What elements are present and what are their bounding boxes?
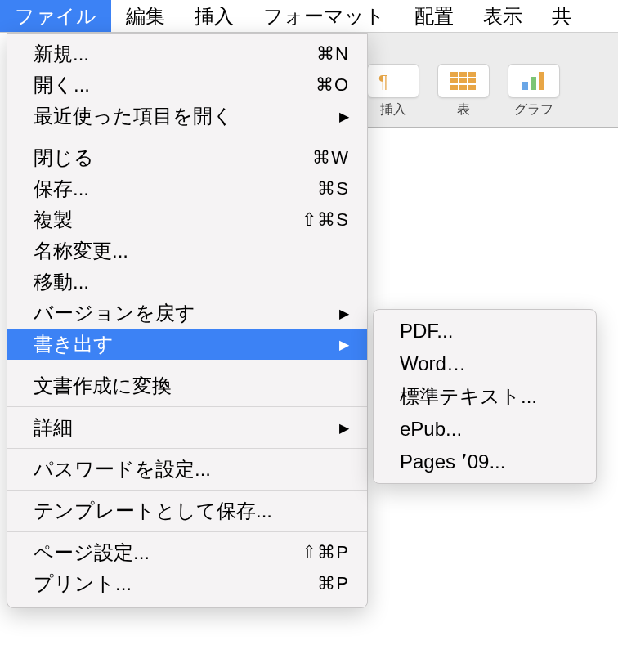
submenu-arrow-icon: ▶ (339, 306, 349, 321)
submenu-arrow-icon: ▶ (339, 337, 349, 352)
menu-item[interactable]: パスワードを設定... (7, 454, 367, 485)
menu-item[interactable]: バージョンを戻す▶ (7, 298, 367, 329)
submenu-item-label: ePub... (400, 418, 578, 441)
menu-item-shortcut: ⇧⌘S (302, 209, 349, 231)
svg-rect-7 (468, 78, 476, 83)
submenu-item-label: PDF... (400, 320, 578, 343)
menu-item-label: 文書作成に変換 (34, 373, 349, 399)
menu-item-label: 名称変更... (34, 238, 349, 264)
menubar-item-share[interactable]: 共 (537, 0, 586, 32)
menu-separator (7, 448, 367, 449)
file-menu-dropdown: 新規...⌘N開く...⌘O最近使った項目を開く▶閉じる⌘W保存...⌘S複製⇧… (7, 33, 368, 608)
menubar-item-view[interactable]: 表示 (468, 0, 537, 32)
menubar-label: フォーマット (263, 3, 385, 29)
svg-rect-11 (522, 82, 528, 90)
svg-rect-4 (468, 72, 476, 77)
menu-item-label: テンプレートとして保存... (34, 498, 349, 524)
menubar-label: 共 (552, 3, 571, 29)
menu-item-label: プリント... (34, 571, 317, 597)
submenu-arrow-icon: ▶ (339, 109, 349, 124)
menubar-label: ファイル (15, 3, 96, 29)
menubar-item-insert[interactable]: 挿入 (180, 0, 249, 32)
menu-item-label: 詳細 (34, 414, 339, 441)
svg-rect-9 (459, 85, 467, 90)
menu-item-shortcut: ⌘O (316, 74, 349, 96)
menu-item-shortcut: ⌘N (316, 43, 349, 65)
menu-item[interactable]: 移動... (7, 267, 367, 298)
menu-item-label: 閉じる (34, 145, 312, 171)
svg-rect-12 (531, 77, 536, 90)
menu-separator (7, 531, 367, 532)
menu-item[interactable]: 複製⇧⌘S (7, 204, 367, 235)
submenu-item-label: Word… (400, 352, 578, 375)
toolbar-label: 表 (457, 101, 470, 119)
toolbar-label: グラフ (514, 101, 553, 119)
menu-item[interactable]: 保存...⌘S (7, 173, 367, 204)
menu-separator (7, 137, 367, 137)
toolbar-insert-button[interactable]: ¶ 挿入 (361, 64, 425, 119)
menu-item[interactable]: 文書作成に変換 (7, 370, 367, 401)
menu-item-label: 複製 (34, 207, 302, 233)
menu-item-shortcut: ⌘W (312, 147, 349, 168)
table-icon (437, 64, 490, 98)
toolbar-table-button[interactable]: 表 (432, 64, 495, 119)
menu-separator (7, 406, 367, 407)
menu-item[interactable]: 開く...⌘O (7, 69, 367, 101)
menu-separator (7, 490, 367, 491)
submenu-item-label: Pages ʼ09... (400, 450, 578, 473)
menu-item[interactable]: 詳細▶ (7, 412, 367, 443)
toolbar-label: 挿入 (380, 101, 406, 119)
chart-icon (508, 64, 560, 98)
toolbar-chart-button[interactable]: グラフ (502, 64, 566, 119)
menu-item[interactable]: プリント...⌘P (7, 568, 367, 599)
menu-item-label: バージョンを戻す (34, 300, 339, 326)
menu-item[interactable]: テンプレートとして保存... (7, 495, 367, 526)
submenu-item[interactable]: ePub... (374, 413, 596, 446)
submenu-item[interactable]: 標準テキスト... (374, 380, 596, 413)
submenu-item-label: 標準テキスト... (400, 383, 578, 410)
menu-item-shortcut: ⇧⌘P (302, 542, 349, 563)
menu-item[interactable]: 閉じる⌘W (7, 142, 367, 173)
menu-item-label: 書き出す (34, 331, 339, 357)
export-submenu: PDF...Word…標準テキスト...ePub...Pages ʼ09... (373, 309, 597, 484)
menu-item-label: 最近使った項目を開く (34, 103, 339, 129)
menubar-label: 配置 (414, 3, 454, 29)
svg-rect-6 (459, 78, 467, 83)
svg-rect-1 (395, 73, 406, 89)
menubar-item-format[interactable]: フォーマット (249, 0, 400, 32)
insert-icon: ¶ (367, 64, 419, 98)
menu-item-shortcut: ⌘S (317, 178, 349, 199)
menu-item[interactable]: 新規...⌘N (7, 38, 367, 69)
menubar: ファイル 編集 挿入 フォーマット 配置 表示 共 (0, 0, 618, 33)
submenu-item[interactable]: PDF... (374, 315, 596, 347)
menu-item[interactable]: 名称変更... (7, 235, 367, 267)
menu-item-label: 開く... (34, 72, 316, 98)
menu-item-shortcut: ⌘P (317, 573, 349, 594)
menu-item[interactable]: 最近使った項目を開く▶ (7, 101, 367, 132)
svg-rect-8 (450, 85, 458, 90)
menu-item[interactable]: ページ設定...⇧⌘P (7, 537, 367, 568)
toolbar: ¶ 挿入 表 グラフ (356, 57, 618, 128)
submenu-item[interactable]: Pages ʼ09... (374, 446, 596, 478)
submenu-item[interactable]: Word… (374, 347, 596, 380)
menu-item-label: 新規... (34, 41, 316, 67)
svg-rect-5 (450, 78, 458, 83)
menu-item[interactable]: 書き出す▶ (7, 329, 367, 360)
menu-item-label: 保存... (34, 176, 317, 202)
svg-rect-13 (539, 72, 544, 90)
menubar-label: 挿入 (195, 3, 234, 29)
menu-item-label: 移動... (34, 269, 349, 295)
menubar-label: 表示 (483, 3, 522, 29)
menubar-item-arrange[interactable]: 配置 (400, 0, 468, 32)
menu-item-label: ページ設定... (34, 540, 302, 566)
menu-item-label: パスワードを設定... (34, 456, 349, 482)
menubar-item-edit[interactable]: 編集 (111, 0, 180, 32)
submenu-arrow-icon: ▶ (339, 420, 349, 436)
svg-rect-2 (450, 72, 458, 77)
svg-rect-3 (459, 72, 467, 77)
menu-separator (7, 365, 367, 365)
svg-rect-10 (468, 85, 476, 90)
menubar-item-file[interactable]: ファイル (0, 0, 111, 32)
menubar-label: 編集 (126, 3, 165, 29)
svg-text:¶: ¶ (378, 71, 388, 91)
